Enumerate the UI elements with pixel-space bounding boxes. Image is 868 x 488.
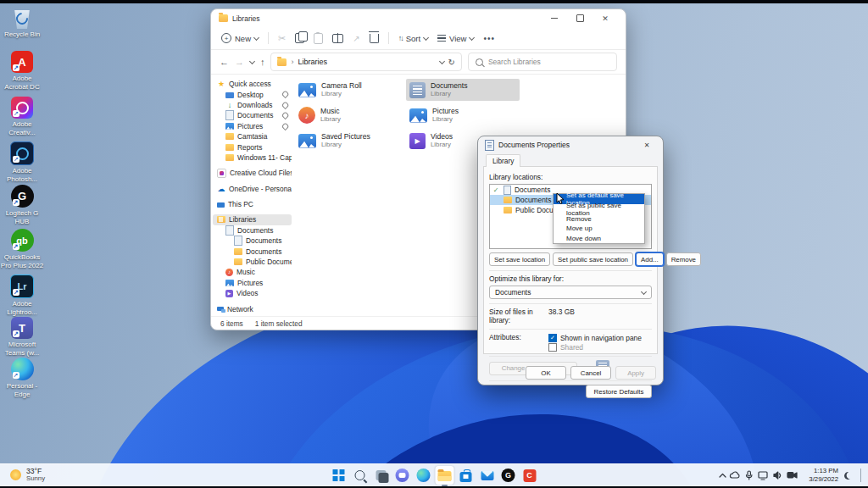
sidebar-item-camtasia[interactable]: Camtasia (213, 131, 292, 141)
library-tile-music[interactable]: Music Library (295, 104, 409, 126)
sort-button[interactable]: ↑↓ Sort (398, 34, 428, 43)
maximize-button[interactable] (567, 10, 593, 27)
breadcrumb[interactable]: Libraries (298, 58, 327, 66)
tab-library[interactable]: Library (486, 154, 520, 167)
sidebar-item-documents[interactable]: Documents (213, 236, 292, 246)
set-public-save-location-button[interactable]: Set public save location (553, 252, 633, 266)
menu-item-set-as-public-save-location[interactable]: Set as public save location (554, 204, 644, 214)
library-tile-pictures[interactable]: Pictures Library (406, 104, 520, 126)
set-save-location-button[interactable]: Set save location (489, 252, 550, 266)
more-options-button[interactable]: ••• (483, 34, 495, 43)
sidebar-item-music[interactable]: Music (213, 267, 292, 277)
add-button[interactable]: Add... (636, 252, 664, 266)
sidebar-item-documents[interactable]: Documents (213, 246, 292, 256)
sidebar-item-network[interactable]: Network (213, 303, 292, 313)
close-button[interactable] (593, 10, 618, 27)
sidebar-item-label: Windows 11- Captu (237, 153, 292, 162)
weather-widget[interactable]: 33°F Sunny (0, 468, 137, 484)
desktop-icon-logitech-ghub[interactable]: Logitech G HUB (0, 185, 44, 225)
taskbar-task-view-button[interactable] (372, 466, 391, 485)
sidebar-item-quick-access[interactable]: Quick access (213, 79, 292, 89)
selection-count: 1 item selected (255, 319, 303, 328)
shared-checkbox[interactable] (548, 343, 557, 352)
desktop-icon-adobe-creative-cloud[interactable]: Adobe Creativ... (0, 97, 44, 136)
taskbar-start-button[interactable] (330, 466, 348, 485)
library-tile-documents[interactable]: Documents Library (406, 79, 520, 101)
library-tile-camera-roll[interactable]: Camera Roll Library (295, 79, 409, 101)
taskbar-store-button[interactable] (457, 466, 476, 485)
sidebar-item-public-document[interactable]: Public Document (213, 257, 292, 267)
library-tile-saved-pictures[interactable]: Saved Pictures Library (295, 130, 409, 152)
remove-button[interactable]: Remove (666, 252, 701, 266)
recent-locations-chevron[interactable] (249, 58, 255, 64)
explorer-title-bar[interactable]: Libraries (211, 9, 626, 27)
tray-chevron-up-icon[interactable] (720, 474, 726, 478)
explorer-navbar: ← → ↑ › Libraries ↻ Search Libraries (211, 50, 626, 75)
address-chevron-icon[interactable] (438, 58, 444, 64)
sidebar-item-pictures[interactable]: Pictures (213, 121, 292, 131)
view-button[interactable]: View (437, 34, 474, 43)
share-button[interactable]: ↗ (353, 34, 359, 43)
forward-button[interactable]: → (235, 57, 244, 67)
desktop-icon-adobe-photoshop[interactable]: Adobe Photosh... (0, 141, 44, 183)
sidebar-item-desktop[interactable]: Desktop (213, 89, 292, 99)
desktop-icon-microsoft-teams[interactable]: Microsoft Teams (w... (0, 317, 44, 357)
dialog-close-button[interactable]: ✕ (637, 138, 656, 152)
desktop-icon-recycle-bin[interactable]: Recycle Bin (0, 8, 44, 39)
sidebar-item-label: Music (236, 268, 255, 276)
desktop-icon-edge-personal[interactable]: Personal - Edge (0, 358, 44, 398)
cancel-button[interactable]: Cancel (570, 366, 611, 380)
onedrive-icon[interactable] (731, 472, 740, 478)
taskbar-adobe-red-button[interactable] (520, 466, 539, 485)
cut-button[interactable]: ✂ (278, 33, 286, 44)
dialog-title-bar[interactable]: Documents Properties ✕ (478, 136, 663, 153)
sidebar-item-documents[interactable]: Documents (213, 110, 292, 120)
paste-button[interactable] (314, 33, 323, 44)
desktop-icon-adobe-acrobat[interactable]: Adobe Acrobat DC (0, 51, 44, 91)
taskbar-file-explorer-button[interactable] (436, 466, 454, 485)
speaker-icon[interactable] (774, 472, 780, 479)
sidebar-item-windows-11-captu[interactable]: Windows 11- Captu (213, 152, 292, 163)
sidebar-item-videos[interactable]: Videos (213, 288, 292, 298)
up-button[interactable]: ↑ (260, 57, 265, 67)
optimize-dropdown[interactable]: Documents (489, 286, 652, 299)
desktop-icon-adobe-lightroom[interactable]: Adobe Lightroo... (0, 274, 44, 316)
sidebar-item-creative-cloud-files[interactable]: Creative Cloud Files (213, 168, 292, 178)
ok-button[interactable]: OK (526, 366, 566, 380)
desktop-icon-quickbooks[interactable]: QuickBooks Pro Plus 2022 (0, 229, 44, 269)
sidebar-item-reports[interactable]: Reports (213, 141, 292, 152)
back-button[interactable]: ← (220, 57, 229, 67)
restore-defaults-button[interactable]: Restore Defaults (586, 385, 652, 398)
refresh-icon[interactable]: ↻ (448, 58, 455, 67)
cast-display-icon[interactable] (759, 472, 767, 480)
sidebar-item-this-pc[interactable]: This PC (213, 199, 292, 209)
sidebar-item-downloads[interactable]: Downloads (213, 100, 292, 110)
sidebar-item-documents[interactable]: Documents (213, 225, 292, 236)
taskbar-edge-button[interactable] (415, 466, 433, 485)
sidebar-item-libraries[interactable]: Libraries (213, 214, 292, 225)
rename-button[interactable] (332, 34, 343, 43)
menu-item-move-up[interactable]: Move up (554, 224, 644, 234)
camera-icon[interactable] (787, 473, 797, 479)
search-input[interactable]: Search Libraries (468, 53, 617, 71)
sidebar-item-onedrive-personal[interactable]: OneDrive - Personal (213, 184, 292, 194)
microphone-icon[interactable] (747, 471, 752, 480)
clock[interactable]: 1:13 PM 3/29/2022 (809, 467, 838, 483)
file-explorer-icon (438, 471, 452, 481)
menu-item-move-down[interactable]: Move down (554, 234, 644, 244)
minimize-button[interactable] (542, 10, 567, 27)
show-desktop-button[interactable] (860, 469, 861, 482)
sidebar-item-pictures[interactable]: Pictures (213, 278, 292, 288)
pictures-icon (225, 123, 234, 130)
focus-assist-moon-icon[interactable] (843, 471, 853, 480)
taskbar-chat-button[interactable] (393, 466, 412, 485)
taskbar-search-button[interactable] (351, 466, 370, 485)
copy-button[interactable] (295, 33, 304, 43)
taskbar-logitech-g-button[interactable] (499, 466, 518, 485)
shown-in-nav-checkbox[interactable] (548, 334, 557, 342)
address-bar[interactable]: › Libraries ↻ (270, 53, 461, 71)
apply-button[interactable]: Apply (615, 366, 656, 380)
taskbar-mail-button[interactable] (478, 466, 497, 485)
new-button[interactable]: + New (221, 33, 259, 43)
delete-button[interactable] (370, 34, 379, 43)
